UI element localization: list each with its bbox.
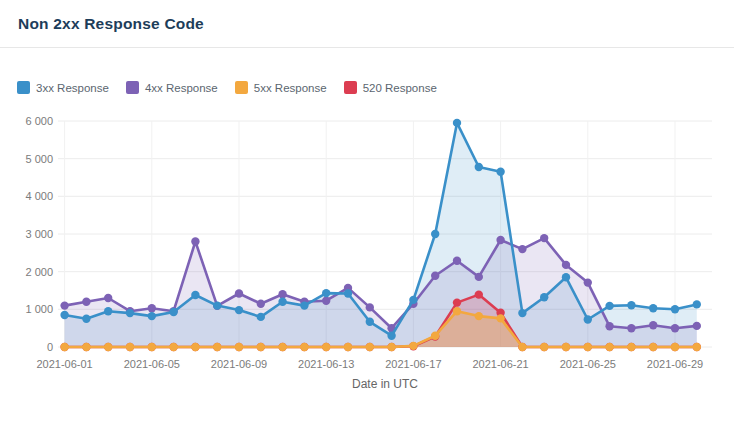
4xx-response-point [518, 245, 526, 253]
5xx-response-point [104, 343, 112, 351]
3xx-response-point [257, 313, 265, 321]
legend-item-3xx-response[interactable]: 3xx Response [17, 81, 109, 94]
3xx-response-point [126, 309, 134, 317]
3xx-response-point [169, 308, 177, 316]
5xx-response-point [518, 343, 526, 351]
3xx-response-point [344, 289, 352, 297]
chart-legend: 3xx Response4xx Response5xx Response520 … [17, 81, 437, 94]
520-response-point [475, 290, 483, 298]
5xx-response-point [671, 343, 679, 351]
legend-label: 3xx Response [36, 82, 109, 94]
3xx-response-point [693, 300, 701, 308]
3xx-response-point [409, 296, 417, 304]
4xx-response-point [496, 236, 504, 244]
3xx-response-point [431, 230, 439, 238]
4xx-response-point [366, 303, 374, 311]
5xx-response-point [387, 343, 395, 351]
y-tick-label: 6 000 [25, 115, 53, 127]
card-header: Non 2xx Response Code [0, 0, 734, 48]
3xx-response-point [235, 306, 243, 314]
4xx-response-point [191, 237, 199, 245]
5xx-response-point [366, 343, 374, 351]
5xx-response-point [605, 343, 613, 351]
3xx-response-point [562, 273, 570, 281]
4xx-response-point [148, 304, 156, 312]
3xx-response-point [60, 311, 68, 319]
3xx-response-point [366, 318, 374, 326]
3xx-response-point [104, 307, 112, 315]
legend-item-520-response[interactable]: 520 Response [344, 81, 437, 94]
4xx-response-point [475, 273, 483, 281]
3xx-response-point [213, 301, 221, 309]
5xx-response-point [431, 332, 439, 340]
4xx-response-area [65, 238, 697, 347]
4xx-response-point [605, 322, 613, 330]
3xx-response-line [65, 123, 697, 336]
5xx-response-point [322, 343, 330, 351]
4xx-response-point [627, 324, 635, 332]
5xx-response-point [148, 343, 156, 351]
3xx-response-point [322, 289, 330, 297]
5xx-response-point [453, 307, 461, 315]
legend-label: 520 Response [363, 82, 437, 94]
x-tick-label: 2021-06-29 [647, 358, 703, 370]
5xx-response-point [475, 312, 483, 320]
5xx-response-point [235, 343, 243, 351]
5xx-response-point [257, 343, 265, 351]
legend-label: 4xx Response [145, 82, 218, 94]
5xx-response-point [60, 343, 68, 351]
3xx-response-point [540, 293, 548, 301]
5xx-response-point [540, 343, 548, 351]
3xx-response-point [518, 309, 526, 317]
5xx-response-point [191, 343, 199, 351]
4xx-response-point [322, 297, 330, 305]
legend-swatch-icon [344, 81, 357, 94]
4xx-response-point [693, 322, 701, 330]
520-response-point [453, 298, 461, 306]
3xx-response-point [671, 305, 679, 313]
y-tick-label: 3 000 [25, 228, 53, 240]
5xx-response-point [627, 343, 635, 351]
3xx-response-point [278, 298, 286, 306]
4xx-response-point [453, 257, 461, 265]
legend-swatch-icon [235, 81, 248, 94]
response-code-chart[interactable]: 01 0002 0003 0004 0005 0006 0002021-06-0… [0, 108, 734, 421]
3xx-response-point [300, 301, 308, 309]
4xx-response-point [540, 234, 548, 242]
4xx-response-point [235, 289, 243, 297]
5xx-response-point [496, 314, 504, 322]
chart-canvas[interactable]: 01 0002 0003 0004 0005 0006 0002021-06-0… [0, 108, 734, 421]
5xx-response-point [649, 343, 657, 351]
5xx-response-point [82, 343, 90, 351]
x-axis-title: Date in UTC [352, 377, 418, 391]
3xx-response-point [627, 301, 635, 309]
y-tick-label: 1 000 [25, 303, 53, 315]
x-tick-label: 2021-06-01 [36, 358, 92, 370]
x-tick-label: 2021-06-25 [560, 358, 616, 370]
x-tick-label: 2021-06-17 [385, 358, 441, 370]
y-tick-label: 4 000 [25, 190, 53, 202]
5xx-response-point [693, 343, 701, 351]
y-tick-label: 5 000 [25, 153, 53, 165]
4xx-response-point [649, 321, 657, 329]
5xx-response-point [409, 342, 417, 350]
x-tick-label: 2021-06-09 [211, 358, 267, 370]
3xx-response-point [82, 315, 90, 323]
3xx-response-point [148, 312, 156, 320]
chart-title: Non 2xx Response Code [0, 0, 734, 33]
legend-item-4xx-response[interactable]: 4xx Response [126, 81, 218, 94]
x-tick-label: 2021-06-21 [472, 358, 528, 370]
x-tick-label: 2021-06-05 [124, 358, 180, 370]
5xx-response-point [278, 343, 286, 351]
4xx-response-point [671, 324, 679, 332]
3xx-response-point [387, 332, 395, 340]
4xx-response-point [584, 278, 592, 286]
3xx-response-point [453, 119, 461, 127]
4xx-response-point [562, 261, 570, 269]
5xx-response-point [584, 343, 592, 351]
3xx-response-point [496, 168, 504, 176]
5xx-response-point [126, 343, 134, 351]
y-tick-label: 2 000 [25, 266, 53, 278]
legend-item-5xx-response[interactable]: 5xx Response [235, 81, 327, 94]
3xx-response-point [191, 291, 199, 299]
